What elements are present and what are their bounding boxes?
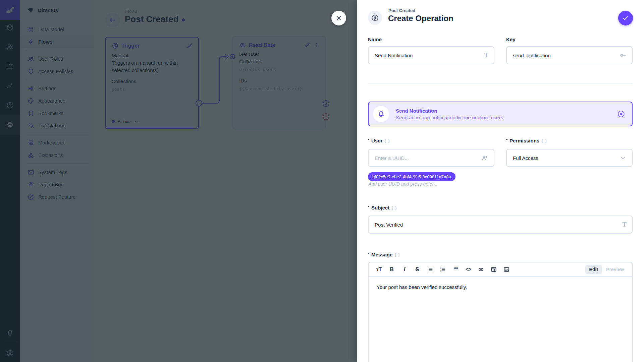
operation-type-subtitle: Send an in-app notification to one or mo… <box>396 115 610 120</box>
text-format-icon: T <box>484 52 488 59</box>
raw-value-toggle-icon[interactable]: { } <box>541 138 547 143</box>
required-dot <box>506 139 507 140</box>
permissions-field-label: Permissions { } <box>509 138 547 143</box>
image-icon <box>503 266 510 273</box>
name-field-label: Name <box>368 37 382 42</box>
key-icon <box>619 52 627 59</box>
operation-type-title: Send Notification <box>396 108 610 114</box>
drawer-title: Create Operation <box>388 14 453 23</box>
toolbar-numbered-list-button[interactable]: 12 <box>436 264 449 275</box>
toolbar-heading-button[interactable]: TT <box>373 264 385 275</box>
drawer-breadcrumb: Post Created <box>388 8 415 13</box>
close-drawer-button[interactable] <box>331 11 346 25</box>
toolbar-bold-button[interactable]: B <box>385 264 398 275</box>
code-icon: <> <box>466 266 471 273</box>
required-dot <box>368 206 369 207</box>
user-field-label: User { } <box>371 138 390 143</box>
text-format-icon: T <box>622 221 627 228</box>
message-field-label: Message { } <box>371 252 400 257</box>
operation-type-banner[interactable]: Send Notification Send an in-app notific… <box>368 102 633 126</box>
permissions-select[interactable]: Full Access <box>506 149 633 167</box>
toolbar-code-button[interactable]: <> <box>462 264 475 275</box>
svg-text:1: 1 <box>440 266 442 269</box>
bolt-circle-icon <box>371 14 379 22</box>
create-operation-drawer: Post Created Create Operation Name Send … <box>357 0 644 362</box>
raw-value-toggle-icon[interactable]: { } <box>391 205 397 210</box>
chevron-down-icon <box>619 154 627 162</box>
save-button[interactable] <box>618 11 633 25</box>
check-icon <box>622 15 629 21</box>
raw-value-toggle-icon[interactable]: { } <box>394 252 400 257</box>
required-dot <box>368 139 369 140</box>
required-dot <box>368 253 369 254</box>
subject-field-label: Subject { } <box>371 205 397 210</box>
heading-icon: TT <box>376 266 382 273</box>
add-user-icon[interactable] <box>481 154 488 162</box>
key-field-label: Key <box>506 37 516 42</box>
toolbar-table-button[interactable] <box>487 264 500 275</box>
preview-tab[interactable]: Preview <box>602 265 628 274</box>
key-input[interactable]: send_notification <box>506 46 633 64</box>
drawer-backdrop[interactable] <box>0 0 357 362</box>
numbered-list-icon: 12 <box>439 266 446 273</box>
user-uuid-chip[interactable]: bf02c5e9-ebe2-4bf4-9fc5-3c00811a7a8a <box>368 172 455 181</box>
app: Directus Data ModelFlowsUser RolesAccess… <box>0 0 644 362</box>
close-icon <box>335 15 342 21</box>
message-editor: TTBIS12””<> Edit Preview Your post has b… <box>368 262 633 362</box>
link-icon <box>478 266 484 273</box>
editor-toolbar: TTBIS12””<> Edit Preview <box>369 262 632 277</box>
toolbar-blockquote-button[interactable]: ”” <box>449 264 462 275</box>
bold-icon: B <box>390 266 394 273</box>
edit-tab[interactable]: Edit <box>585 265 602 274</box>
toolbar-image-button[interactable] <box>500 264 513 275</box>
toolbar-strikethrough-button[interactable]: S <box>411 264 424 275</box>
toolbar-italic-button[interactable]: I <box>398 264 411 275</box>
flow-icon-badge <box>368 11 382 25</box>
circle-x-icon <box>617 110 625 118</box>
strikethrough-icon: S <box>416 266 419 273</box>
toolbar-link-button[interactable] <box>475 264 487 275</box>
raw-value-toggle-icon[interactable]: { } <box>384 138 390 143</box>
deselect-operation-button[interactable] <box>617 110 625 118</box>
user-uuid-input[interactable]: Enter a UUID... <box>368 149 494 167</box>
blockquote-icon: ”” <box>453 266 458 273</box>
svg-text:2: 2 <box>440 269 442 272</box>
notification-bell-icon <box>373 106 389 122</box>
name-input[interactable]: Send Notification T <box>368 46 494 64</box>
toolbar-bullet-list-button[interactable] <box>424 264 436 275</box>
bullet-list-icon <box>427 266 433 273</box>
message-textarea[interactable]: Your post has been verified successfully… <box>369 277 632 297</box>
uuid-helper-text: Add user UUID and press enter... <box>368 181 437 187</box>
italic-icon: I <box>404 266 406 273</box>
table-icon <box>490 266 497 273</box>
subject-input[interactable]: Post Verified T <box>368 216 633 234</box>
section-divider <box>368 83 633 83</box>
